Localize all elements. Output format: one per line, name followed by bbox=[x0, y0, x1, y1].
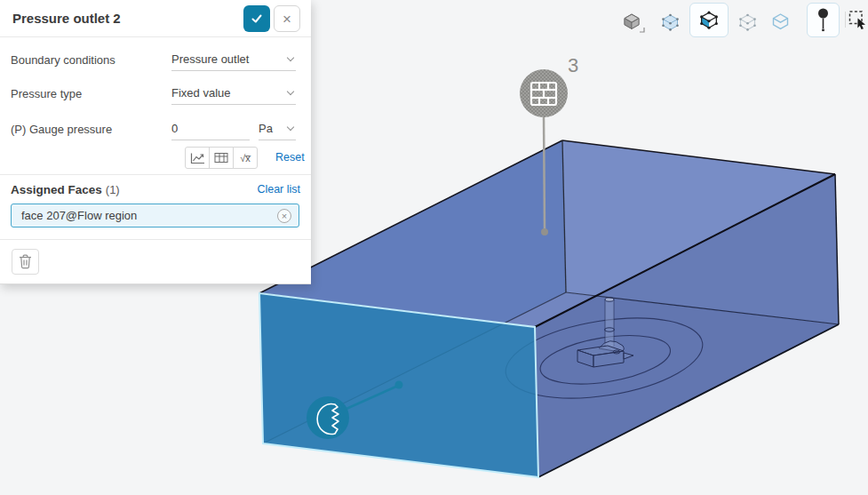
boundary-conditions-value: Pressure outlet bbox=[171, 52, 283, 66]
pressure-type-select[interactable]: Fixed value bbox=[171, 82, 296, 105]
toolbar-separator bbox=[845, 12, 846, 28]
wireframe-cube-button[interactable] bbox=[769, 11, 791, 32]
pressure-type-label: Pressure type bbox=[11, 87, 82, 100]
face-select-cube-icon bbox=[698, 10, 720, 31]
unit-select[interactable]: Pa bbox=[259, 117, 296, 140]
boundary-condition-panel: Pressure outlet 2 × Boundary conditions … bbox=[0, 0, 311, 284]
solid-cube-icon bbox=[622, 12, 646, 34]
pressure-type-value: Fixed value bbox=[171, 86, 283, 100]
table-input-button[interactable] bbox=[209, 147, 234, 169]
gauge-pressure-label: (P) Gauge pressure bbox=[11, 123, 112, 136]
apply-button[interactable] bbox=[243, 5, 270, 32]
ghost-cube-icon bbox=[737, 12, 758, 33]
assigned-face-name: face 207@Flow region bbox=[21, 209, 277, 222]
assigned-faces-count: (1) bbox=[106, 183, 120, 196]
unit-value: Pa bbox=[259, 122, 283, 135]
face-select-cube-button[interactable] bbox=[689, 3, 729, 37]
marker-count-label: 3 bbox=[568, 54, 578, 76]
wireframe-cube-icon bbox=[770, 12, 791, 32]
assigned-faces-label: Assigned Faces bbox=[11, 183, 102, 196]
panel-header: Pressure outlet 2 × bbox=[0, 0, 311, 37]
box-select-icon bbox=[848, 9, 868, 31]
boundary-conditions-select[interactable]: Pressure outlet bbox=[171, 48, 296, 71]
line-chart-icon bbox=[190, 152, 205, 164]
chevron-down-icon bbox=[287, 88, 294, 95]
check-icon bbox=[250, 12, 264, 26]
close-button[interactable]: × bbox=[274, 5, 300, 32]
gauge-pressure-input[interactable] bbox=[171, 117, 246, 139]
table-icon bbox=[214, 152, 228, 164]
viewport[interactable]: 3 bbox=[0, 0, 868, 495]
divider bbox=[0, 239, 311, 240]
remove-face-button[interactable]: × bbox=[277, 209, 291, 223]
ghost-cube-button[interactable] bbox=[737, 12, 758, 33]
close-icon: × bbox=[283, 12, 291, 27]
chevron-down-icon bbox=[287, 54, 294, 61]
panel-title: Pressure outlet 2 bbox=[12, 11, 121, 26]
divider bbox=[0, 174, 311, 175]
formula-input-button[interactable]: √x̅ bbox=[233, 147, 258, 169]
transparent-cube-button[interactable] bbox=[659, 12, 681, 33]
box-select-button[interactable] bbox=[848, 8, 868, 31]
probe-point-button[interactable] bbox=[807, 3, 840, 37]
chart-input-button[interactable] bbox=[185, 147, 210, 169]
solid-cube-button[interactable] bbox=[621, 11, 646, 34]
assigned-face-chip[interactable]: face 207@Flow region × bbox=[11, 204, 299, 228]
reset-link[interactable]: Reset bbox=[275, 151, 305, 164]
sqrt-icon: √x̅ bbox=[240, 153, 251, 164]
boundary-conditions-label: Boundary conditions bbox=[11, 53, 115, 67]
trash-icon bbox=[19, 254, 32, 269]
probe-point-icon bbox=[816, 7, 831, 34]
clear-list-link[interactable]: Clear list bbox=[257, 183, 300, 196]
delete-button[interactable] bbox=[12, 249, 39, 275]
transparent-cube-icon bbox=[660, 12, 681, 33]
chevron-down-icon bbox=[287, 124, 294, 131]
